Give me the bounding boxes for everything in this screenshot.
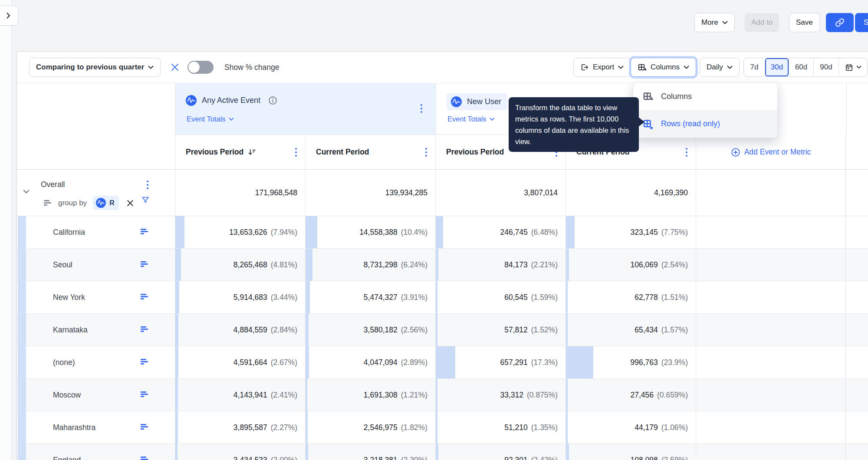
- interval-dropdown[interactable]: Daily: [700, 58, 740, 77]
- value-cell[interactable]: 65,434(1.57%): [566, 314, 696, 346]
- row-label-cell[interactable]: (none): [17, 346, 175, 378]
- column-header-previous-period-1[interactable]: Previous Period: [175, 135, 306, 169]
- expand-sidebar-button[interactable]: [0, 6, 18, 26]
- group-by-icon[interactable]: [141, 293, 149, 300]
- metric-options-kebab[interactable]: [420, 104, 423, 114]
- group-by-icon[interactable]: [141, 326, 149, 332]
- add-to-button[interactable]: Add to: [745, 13, 779, 32]
- cell-value: 106,069: [630, 260, 658, 269]
- show-percent-change-toggle[interactable]: [187, 61, 214, 74]
- range-90d[interactable]: 90d: [813, 58, 838, 76]
- row-label-cell[interactable]: Karnataka: [17, 314, 175, 346]
- row-label-cell[interactable]: England: [17, 444, 175, 460]
- group-by-icon[interactable]: [141, 228, 149, 235]
- info-icon[interactable]: [268, 96, 277, 105]
- value-cell[interactable]: 1,691,308(1.21%): [306, 379, 436, 411]
- range-60d[interactable]: 60d: [789, 58, 813, 76]
- value-cell[interactable]: 57,812(1.52%): [436, 314, 566, 346]
- value-cell[interactable]: 106,069(2.54%): [566, 249, 696, 281]
- sort-descending-icon[interactable]: [248, 148, 256, 156]
- group-by-icon[interactable]: [141, 358, 149, 365]
- value-cell[interactable]: 323,145(7.75%): [566, 216, 696, 248]
- row-label: England: [53, 444, 81, 460]
- value-cell[interactable]: 996,763(23.9%): [566, 346, 696, 378]
- cell-percent: (17.3%): [531, 358, 558, 367]
- cell-value: 2,546,975: [364, 423, 398, 432]
- remove-group-by-button[interactable]: [127, 200, 134, 207]
- column-options-kebab[interactable]: [295, 148, 297, 157]
- group-by-icon[interactable]: [141, 261, 149, 267]
- value-cell[interactable]: 4,591,664(2.67%): [175, 346, 306, 378]
- range-7d[interactable]: 7d: [744, 58, 765, 76]
- value-cell[interactable]: 92,301(2.42%): [436, 444, 566, 460]
- empty-cell: [696, 170, 846, 216]
- value-cell[interactable]: 51,210(1.35%): [436, 411, 566, 444]
- event-totals-dropdown[interactable]: Event Totals: [447, 115, 495, 123]
- row-label-cell[interactable]: New York: [17, 281, 175, 313]
- range-30d[interactable]: 30d: [765, 58, 789, 76]
- compare-dropdown[interactable]: Comparing to previous quarter: [29, 58, 161, 77]
- row-label-cell[interactable]: Maharashtra: [17, 411, 175, 444]
- cell-value: 171,968,548: [255, 188, 297, 197]
- rows-view-tooltip: Transform the data table to view metrics…: [509, 97, 639, 152]
- remove-comparison-button[interactable]: [170, 62, 180, 72]
- value-cell[interactable]: 33,312(0.875%): [436, 379, 566, 411]
- value-cell[interactable]: 246,745(6.48%): [436, 216, 566, 248]
- group-by-icon[interactable]: [141, 424, 149, 430]
- value-cell[interactable]: 3,218,381(2.30%): [306, 444, 436, 460]
- add-event-or-metric-button[interactable]: Add Event or Metric: [696, 135, 845, 169]
- value-cell[interactable]: 5,914,683(3.44%): [175, 281, 306, 313]
- link-icon: [835, 18, 845, 27]
- columns-dropdown-button[interactable]: Columns: [631, 58, 696, 77]
- more-button[interactable]: More: [694, 13, 735, 32]
- row-label: Seoul: [53, 249, 72, 281]
- export-button[interactable]: Export: [573, 58, 631, 77]
- value-cell[interactable]: 5,474,327(3.91%): [306, 281, 436, 313]
- copy-link-button[interactable]: [826, 13, 854, 32]
- metric-name: New User: [467, 97, 501, 106]
- cell-value: 4,047,094: [364, 358, 398, 367]
- value-cell[interactable]: 60,545(1.59%): [436, 281, 566, 313]
- value-cell[interactable]: 14,558,388(10.4%): [306, 216, 436, 248]
- value-cell[interactable]: 62,778(1.51%): [566, 281, 696, 313]
- value-cell[interactable]: 13,653,626(7.94%): [175, 216, 306, 248]
- event-totals-dropdown[interactable]: Event Totals: [187, 115, 234, 123]
- value-cell[interactable]: 4,047,094(2.89%): [306, 346, 436, 378]
- menu-item-columns[interactable]: Columns: [633, 83, 777, 110]
- value-cell[interactable]: 3,580,182(2.56%): [306, 314, 436, 346]
- cell-percent: (2.41%): [271, 391, 297, 400]
- table-right-gutter: [846, 281, 868, 313]
- top-action-bar: More Add to Save Share: [0, 13, 868, 32]
- column-options-kebab[interactable]: [685, 148, 688, 157]
- save-button[interactable]: Save: [789, 13, 820, 32]
- row-label-cell[interactable]: Seoul: [17, 249, 175, 281]
- value-cell[interactable]: 27,456(0.659%): [566, 379, 696, 411]
- overall-options-kebab[interactable]: [146, 180, 149, 191]
- value-cell[interactable]: 8,265,468(4.81%): [175, 249, 306, 281]
- value-cell[interactable]: 44,179(1.06%): [566, 411, 696, 444]
- share-button[interactable]: Share: [855, 13, 868, 32]
- group-by-icon[interactable]: [141, 456, 149, 460]
- value-cell[interactable]: 84,173(2.21%): [436, 249, 566, 281]
- row-label-cell[interactable]: California: [17, 216, 175, 248]
- group-by-icon[interactable]: [141, 391, 149, 398]
- collapse-caret-icon[interactable]: [23, 190, 30, 194]
- value-cell[interactable]: 3,895,587(2.27%): [175, 411, 306, 444]
- column-options-kebab[interactable]: [425, 148, 427, 157]
- value-cell[interactable]: 2,546,975(1.82%): [306, 411, 436, 444]
- value-cell[interactable]: 4,884,559(2.84%): [175, 314, 306, 346]
- row-label: California: [53, 216, 85, 248]
- filter-icon[interactable]: [141, 196, 150, 204]
- menu-item-rows-read-only[interactable]: Rows (read only): [633, 110, 777, 138]
- row-label-cell[interactable]: Moscow: [17, 379, 175, 411]
- group-by-property-chip[interactable]: R: [93, 196, 119, 210]
- column-title: Current Period: [316, 148, 369, 157]
- value-cell[interactable]: 8,731,298(6.24%): [306, 249, 436, 281]
- column-header-current-period-1[interactable]: Current Period: [306, 135, 436, 169]
- value-cell[interactable]: 4,143,941(2.41%): [175, 379, 306, 411]
- custom-date-range-button[interactable]: [838, 58, 867, 76]
- cell-value: 108,098: [630, 456, 658, 460]
- value-cell[interactable]: 108,098(2.59%): [566, 444, 696, 460]
- value-cell[interactable]: 3,434,533(2.00%): [175, 444, 306, 460]
- value-cell[interactable]: 657,291(17.3%): [436, 346, 566, 378]
